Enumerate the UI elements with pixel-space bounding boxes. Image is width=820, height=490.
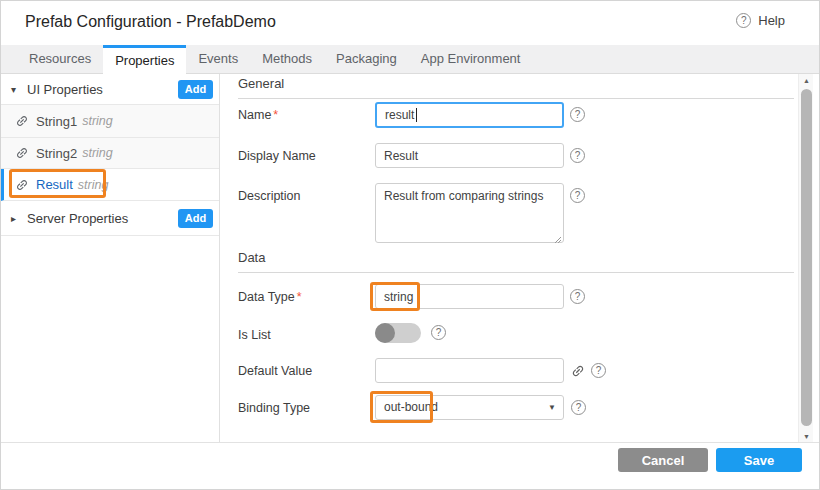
property-name: String2 (36, 146, 77, 161)
data-type-label: Data Type* (238, 284, 375, 304)
description-row: Description Result from comparing string… (238, 183, 585, 247)
is-list-toggle[interactable] (375, 323, 421, 343)
required-asterisk: * (297, 290, 302, 304)
data-type-row: Data Type* ? (238, 284, 585, 309)
sidebar: ▾ UI Properties Add String1 string Strin… (1, 74, 220, 442)
tab-methods[interactable]: Methods (250, 45, 324, 73)
link-icon (12, 111, 32, 131)
dropdown-arrow-icon: ▼ (548, 396, 556, 419)
data-type-help-icon[interactable]: ? (570, 289, 585, 304)
text-caret (416, 108, 417, 122)
is-list-label: Is List (238, 322, 375, 342)
save-button[interactable]: Save (716, 448, 802, 472)
property-type: string (82, 114, 113, 128)
default-value-help-icon[interactable]: ? (591, 363, 606, 378)
name-label: Name* (238, 102, 375, 122)
description-textarea[interactable]: Result from comparing strings (375, 183, 564, 243)
section-data-heading: Data (238, 250, 794, 273)
scroll-thumb[interactable] (801, 89, 812, 426)
name-help-icon[interactable]: ? (570, 107, 585, 122)
title-bar: Prefab Configuration - PrefabDemo ? Help (1, 1, 819, 45)
name-input[interactable] (375, 102, 564, 128)
data-type-input[interactable] (375, 284, 564, 309)
property-name: Result (36, 177, 73, 192)
is-list-row: Is List ? (238, 322, 446, 343)
collapsed-arrow-icon: ▸ (11, 213, 27, 224)
required-asterisk: * (273, 108, 278, 122)
tab-events[interactable]: Events (186, 45, 250, 73)
expanded-arrow-icon: ▾ (11, 84, 27, 95)
description-label: Description (238, 183, 375, 203)
tab-packaging[interactable]: Packaging (324, 45, 409, 73)
default-value-row: Default Value ? (238, 358, 606, 383)
sidebar-item-string1[interactable]: String1 string (1, 105, 219, 138)
help-label: Help (758, 13, 785, 28)
link-icon (12, 175, 32, 195)
tab-app-environment[interactable]: App Environment (409, 45, 533, 73)
name-row: Name* ? (238, 102, 585, 128)
sidebar-item-result[interactable]: Result string (1, 169, 219, 201)
selected-binding-type: out-bound (384, 400, 438, 414)
add-ui-property-button[interactable]: Add (178, 80, 213, 99)
display-name-help-icon[interactable]: ? (570, 148, 585, 163)
server-properties-label: Server Properties (27, 211, 128, 226)
binding-type-row: Binding Type out-bound ▼ ? (238, 395, 586, 420)
binding-type-help-icon[interactable]: ? (571, 400, 586, 415)
display-name-input[interactable] (375, 143, 564, 168)
binding-type-label: Binding Type (238, 395, 375, 415)
display-name-row: Display Name ? (238, 143, 585, 168)
toggle-knob (375, 323, 395, 343)
bind-link-icon[interactable] (571, 364, 585, 381)
tab-bar: Resources Properties Events Methods Pack… (1, 45, 819, 74)
footer: Cancel Save (1, 442, 819, 489)
property-name: String1 (36, 114, 77, 129)
description-help-icon[interactable]: ? (570, 188, 585, 203)
sidebar-item-string2[interactable]: String2 string (1, 138, 219, 169)
page-title: Prefab Configuration - PrefabDemo (25, 13, 276, 31)
property-type: string (82, 146, 113, 160)
add-server-property-button[interactable]: Add (178, 209, 213, 228)
tab-properties[interactable]: Properties (103, 45, 186, 74)
help-icon: ? (736, 13, 751, 28)
link-icon (12, 143, 32, 163)
help-button[interactable]: ? Help (736, 13, 785, 28)
main-panel: General Name* ? Display Name ? Descripti… (221, 74, 798, 442)
is-list-help-icon[interactable]: ? (431, 325, 446, 340)
tab-resources[interactable]: Resources (17, 45, 103, 73)
prefab-config-window: Prefab Configuration - PrefabDemo ? Help… (0, 0, 820, 490)
property-type: string (78, 178, 109, 192)
display-name-label: Display Name (238, 143, 375, 163)
scrollbar[interactable]: ▲ ▼ (798, 74, 813, 444)
default-value-label: Default Value (238, 358, 375, 378)
section-general-heading: General (238, 76, 794, 99)
ui-properties-header[interactable]: ▾ UI Properties Add (1, 74, 219, 105)
ui-properties-label: UI Properties (27, 82, 103, 97)
server-properties-header[interactable]: ▸ Server Properties Add (1, 201, 219, 236)
default-value-input[interactable] (375, 358, 564, 383)
scroll-up-button[interactable]: ▲ (799, 74, 814, 88)
binding-type-select[interactable]: out-bound ▼ (375, 395, 564, 420)
cancel-button[interactable]: Cancel (618, 448, 708, 472)
